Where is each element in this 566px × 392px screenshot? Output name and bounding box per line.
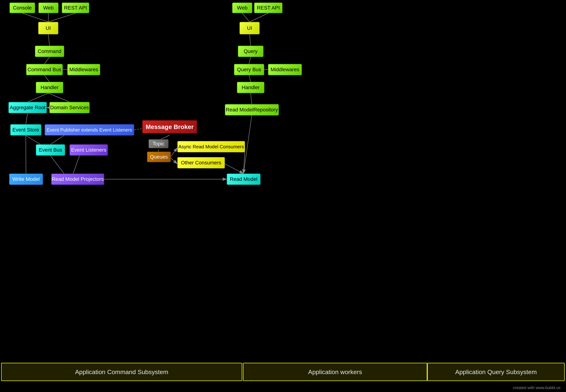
message-broker-node: Message Broker xyxy=(142,120,197,133)
svg-line-30 xyxy=(249,75,251,82)
svg-line-10 xyxy=(26,113,28,124)
svg-line-14 xyxy=(50,156,64,174)
credit-text: created with www.bubbl.us xyxy=(513,385,561,390)
svg-line-25 xyxy=(242,13,249,22)
svg-line-19 xyxy=(171,148,177,156)
ui-left-node: UI xyxy=(38,22,58,34)
svg-line-2 xyxy=(48,13,75,22)
rest-api-left-node: REST API xyxy=(62,2,89,13)
svg-line-28 xyxy=(249,57,251,64)
query-subsystem-bar: Application Query Subsystem xyxy=(427,363,565,381)
read-model-node: Read Model xyxy=(227,174,261,185)
svg-line-15 xyxy=(73,156,80,174)
svg-line-24 xyxy=(50,136,64,144)
aggregate-root-node: Aggregate Root xyxy=(8,102,47,113)
event-store-node: Event Store xyxy=(10,124,41,136)
cmd-subsystem-bar: Application Command Subsystem xyxy=(1,363,242,381)
middlewares-right-node: Middlewares xyxy=(268,64,302,75)
svg-line-8 xyxy=(48,93,70,102)
query-bus-node: Query Bus xyxy=(234,64,264,75)
queues-node: Queues xyxy=(147,152,171,162)
svg-line-11 xyxy=(26,136,40,144)
app-workers-bar: Application workers xyxy=(243,363,427,381)
web-left-node: Web xyxy=(38,2,58,13)
domain-services-node: Domain Services xyxy=(49,102,89,113)
web-right-node: Web xyxy=(232,2,252,13)
svg-line-7 xyxy=(28,93,48,102)
svg-line-22 xyxy=(225,164,244,174)
svg-line-12 xyxy=(26,136,26,174)
ui-right-node: UI xyxy=(239,22,260,34)
svg-line-31 xyxy=(251,93,252,104)
async-read-model-node: Async Read Model Consumers xyxy=(177,141,245,152)
topic-node: Topic xyxy=(148,139,169,148)
command-bus-node: Command Bus xyxy=(26,64,63,75)
command-node: Command xyxy=(35,46,64,57)
svg-line-27 xyxy=(249,34,251,46)
query-node: Query xyxy=(238,46,263,57)
svg-line-6 xyxy=(44,75,50,82)
svg-line-0 xyxy=(22,13,48,22)
event-publisher-node: Event Publisher extends Event Listeners xyxy=(45,124,134,136)
rest-api-right-node: REST API xyxy=(254,2,282,13)
event-bus-node: Event Bus xyxy=(36,144,65,156)
middlewares-left-node: Middlewares xyxy=(67,64,100,75)
read-model-projectors-node: Read Model Projectors xyxy=(51,174,104,185)
svg-line-16 xyxy=(134,129,142,130)
console-node: Console xyxy=(10,2,35,13)
handler-left-node: Handler xyxy=(36,82,63,93)
svg-line-20 xyxy=(171,158,177,164)
event-listeners-node: Event Listeners xyxy=(70,144,108,156)
svg-line-1 xyxy=(48,13,48,22)
handler-right-node: Handler xyxy=(237,82,264,93)
svg-line-4 xyxy=(44,57,50,64)
write-model-node: Write Model xyxy=(9,174,43,185)
svg-line-3 xyxy=(48,34,50,46)
read-model-repo-node: Read ModelRepository xyxy=(225,104,279,115)
svg-line-26 xyxy=(249,13,268,22)
other-consumers-node: Other Consumers xyxy=(177,157,225,168)
